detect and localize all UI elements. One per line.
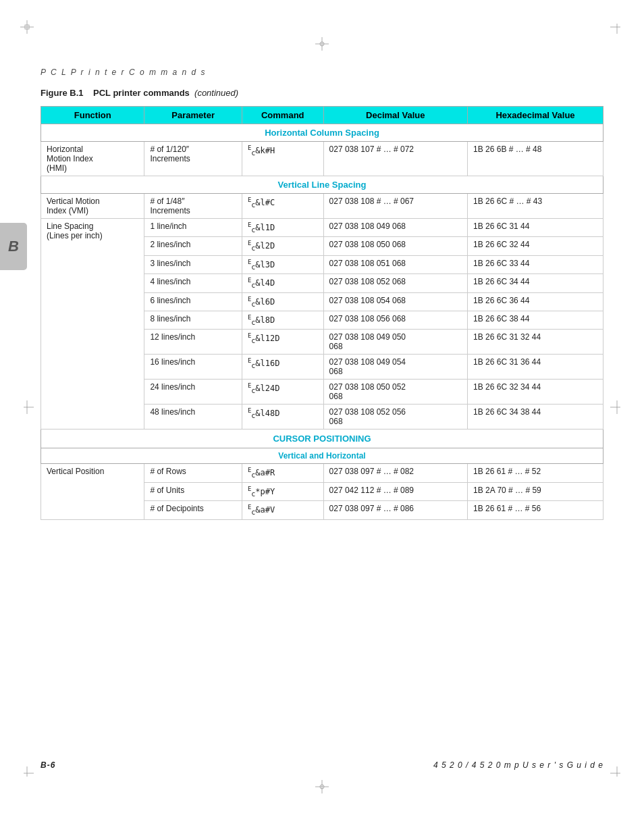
param-48lpi: 48 lines/inch bbox=[144, 405, 242, 429]
param-6lpi: 6 lines/inch bbox=[144, 292, 242, 311]
hex-units: 1B 2A 70 # … # 59 bbox=[468, 482, 603, 500]
cmd-1lpi: Ec&l1D bbox=[242, 219, 323, 237]
pcl-commands-table: Function Parameter Command Decimal Value… bbox=[41, 106, 603, 520]
hex-2lpi: 1B 26 6C 32 44 bbox=[468, 237, 603, 255]
header-area: P C L P r i n t e r C o m m a n d s Figu… bbox=[41, 68, 603, 520]
decimal-cell-vmi: 027 038 108 # … # 067 bbox=[323, 194, 467, 219]
appendix-tab: B bbox=[0, 223, 27, 270]
cmd-2lpi: Ec&l2D bbox=[242, 237, 323, 255]
decimal-8lpi: 027 038 108 056 068 bbox=[323, 311, 467, 329]
cmd-8lpi: Ec&l8D bbox=[242, 311, 323, 329]
hex-rows: 1B 26 61 # … # 52 bbox=[468, 464, 603, 482]
hex-8lpi: 1B 26 6C 38 44 bbox=[468, 311, 603, 329]
decimal-rows: 027 038 097 # … # 082 bbox=[323, 464, 467, 482]
appendix-tab-letter: B bbox=[8, 238, 19, 255]
reg-mark-top-center bbox=[315, 37, 329, 51]
reg-mark-bot-left bbox=[20, 766, 34, 780]
decimal-cell-hmi: 027 038 107 # … # 072 bbox=[323, 142, 467, 176]
param-rows: # of Rows bbox=[144, 464, 242, 482]
table-row: HorizontalMotion Index(HMI) # of 1/120″I… bbox=[41, 142, 603, 176]
reg-mark-top-right bbox=[610, 20, 624, 34]
hex-4lpi: 1B 26 6C 34 44 bbox=[468, 274, 603, 292]
figure-title: Figure B.1 PCL printer commands (continu… bbox=[41, 88, 603, 98]
decimal-16lpi: 027 038 108 049 054068 bbox=[323, 355, 467, 380]
section-label-cursor: CURSOR POSITIONING bbox=[41, 429, 603, 448]
param-8lpi: 8 lines/inch bbox=[144, 311, 242, 329]
figure-title-text: PCL printer commands bbox=[93, 88, 190, 98]
hex-24lpi: 1B 26 6C 32 34 44 bbox=[468, 380, 603, 405]
hex-3lpi: 1B 26 6C 33 44 bbox=[468, 255, 603, 273]
function-cell-vmi: Vertical MotionIndex (VMI) bbox=[41, 194, 144, 219]
footer-guide-label: 4 5 2 0 / 4 5 2 0 m p U s e r ' s G u i … bbox=[433, 760, 603, 770]
figure-title-id: Figure B.1 bbox=[41, 88, 84, 98]
footer: B-6 4 5 2 0 / 4 5 2 0 m p U s e r ' s G … bbox=[41, 760, 603, 770]
cmd-4lpi: Ec&l4D bbox=[242, 274, 323, 292]
sub-section-header-vh: Vertical and Horizontal bbox=[41, 448, 603, 464]
footer-page-label: B-6 bbox=[41, 760, 55, 770]
reg-mark-mid-left bbox=[20, 400, 34, 414]
figure-title-suffix: (continued) bbox=[194, 88, 238, 98]
cmd-decipoints: Ec&a#V bbox=[242, 501, 323, 519]
col-header-command: Command bbox=[242, 107, 323, 124]
chapter-label: P C L P r i n t e r C o m m a n d s bbox=[41, 68, 603, 77]
hex-decipoints: 1B 26 61 # … # 56 bbox=[468, 501, 603, 519]
hex-12lpi: 1B 26 6C 31 32 44 bbox=[468, 330, 603, 355]
function-cell-vpos: Vertical Position bbox=[41, 464, 144, 519]
cmd-24lpi: Ec&l24D bbox=[242, 380, 323, 405]
hex-48lpi: 1B 26 6C 34 38 44 bbox=[468, 405, 603, 429]
param-4lpi: 4 lines/inch bbox=[144, 274, 242, 292]
param-2lpi: 2 lines/inch bbox=[144, 237, 242, 255]
param-12lpi: 12 lines/inch bbox=[144, 330, 242, 355]
param-3lpi: 3 lines/inch bbox=[144, 255, 242, 273]
param-decipoints: # of Decipoints bbox=[144, 501, 242, 519]
cmd-6lpi: Ec&l6D bbox=[242, 292, 323, 311]
decimal-24lpi: 027 038 108 050 052068 bbox=[323, 380, 467, 405]
col-header-decimal: Decimal Value bbox=[323, 107, 467, 124]
reg-mark-mid-right bbox=[610, 400, 624, 414]
section-header-horizontal: Horizontal Column Spacing bbox=[41, 124, 603, 142]
decimal-units: 027 042 112 # … # 089 bbox=[323, 482, 467, 500]
reg-mark-top-left bbox=[20, 20, 34, 34]
cmd-3lpi: Ec&l3D bbox=[242, 255, 323, 273]
function-cell-hmi: HorizontalMotion Index(HMI) bbox=[41, 142, 144, 176]
hex-16lpi: 1B 26 6C 31 36 44 bbox=[468, 355, 603, 380]
decimal-2lpi: 027 038 108 050 068 bbox=[323, 237, 467, 255]
decimal-4lpi: 027 038 108 052 068 bbox=[323, 274, 467, 292]
hex-1lpi: 1B 26 6C 31 44 bbox=[468, 219, 603, 237]
section-label-vertical: Vertical Line Spacing bbox=[41, 176, 603, 194]
cmd-units: Ec*p#Y bbox=[242, 482, 323, 500]
decimal-48lpi: 027 038 108 052 056068 bbox=[323, 405, 467, 429]
sub-section-label-vh: Vertical and Horizontal bbox=[41, 448, 603, 464]
page: B P C L P r i n t e r C o m m a n d s Fi… bbox=[0, 0, 644, 834]
section-header-cursor: CURSOR POSITIONING bbox=[41, 429, 603, 448]
cmd-12lpi: Ec&l12D bbox=[242, 330, 323, 355]
table-header-row: Function Parameter Command Decimal Value… bbox=[41, 107, 603, 124]
param-cell-vmi: # of 1/48″Increments bbox=[144, 194, 242, 219]
col-header-parameter: Parameter bbox=[144, 107, 242, 124]
cmd-16lpi: Ec&l16D bbox=[242, 355, 323, 380]
hex-6lpi: 1B 26 6C 36 44 bbox=[468, 292, 603, 311]
reg-mark-bot-center bbox=[315, 780, 329, 793]
table-row: Vertical MotionIndex (VMI) # of 1/48″Inc… bbox=[41, 194, 603, 219]
cmd-cell-hmi: Ec&k#H bbox=[242, 142, 323, 176]
decimal-decipoints: 027 038 097 # … # 086 bbox=[323, 501, 467, 519]
table-row: Vertical Position # of Rows Ec&a#R 027 0… bbox=[41, 464, 603, 482]
table-row: Line Spacing(Lines per inch) 1 line/inch… bbox=[41, 219, 603, 237]
hex-cell-hmi: 1B 26 6B # … # 48 bbox=[468, 142, 603, 176]
decimal-1lpi: 027 038 108 049 068 bbox=[323, 219, 467, 237]
section-header-vertical: Vertical Line Spacing bbox=[41, 176, 603, 194]
param-16lpi: 16 lines/inch bbox=[144, 355, 242, 380]
reg-mark-bot-right bbox=[610, 766, 624, 780]
function-cell-linespacing: Line Spacing(Lines per inch) bbox=[41, 219, 144, 429]
col-header-hex: Hexadecimal Value bbox=[468, 107, 603, 124]
cmd-48lpi: Ec&l48D bbox=[242, 405, 323, 429]
hex-cell-vmi: 1B 26 6C # … # 43 bbox=[468, 194, 603, 219]
decimal-12lpi: 027 038 108 049 050068 bbox=[323, 330, 467, 355]
param-cell-hmi: # of 1/120″Increments bbox=[144, 142, 242, 176]
decimal-3lpi: 027 038 108 051 068 bbox=[323, 255, 467, 273]
decimal-6lpi: 027 038 108 054 068 bbox=[323, 292, 467, 311]
col-header-function: Function bbox=[41, 107, 144, 124]
cmd-rows: Ec&a#R bbox=[242, 464, 323, 482]
param-units: # of Units bbox=[144, 482, 242, 500]
section-label-horizontal: Horizontal Column Spacing bbox=[41, 124, 603, 142]
